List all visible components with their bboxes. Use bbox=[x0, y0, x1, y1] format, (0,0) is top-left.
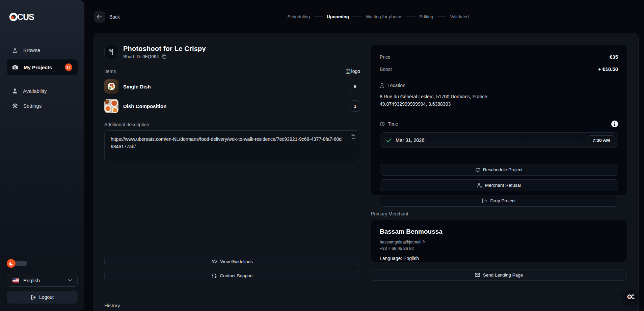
scheduled-date: Mar 31, 2026 bbox=[396, 137, 584, 143]
boost-label: Boost bbox=[380, 67, 392, 72]
merchant-phone: +33 7 66 05 36 82 bbox=[380, 245, 618, 252]
browse-icon bbox=[12, 47, 18, 53]
coordinates-line: 49.074932999999994, 3.6388303 bbox=[380, 101, 618, 108]
reschedule-project-button[interactable]: Reschedule Project bbox=[380, 164, 618, 176]
sidebar-item-my-projects[interactable]: My Projects 17 bbox=[7, 59, 78, 75]
project-right-column: Price €35 Boost + €10.50 Location bbox=[371, 45, 627, 281]
project-short-id: Short ID: 0FQ094 bbox=[123, 54, 159, 59]
item-row: Single Dish 5 bbox=[104, 79, 360, 94]
sidebar: CUS Browse My Projects 17 bbox=[0, 0, 84, 311]
columns: Photoshoot for Le Crispy Short ID: 0FQ09… bbox=[104, 45, 627, 281]
sidebar-item-browse[interactable]: Browse bbox=[7, 43, 78, 57]
reschedule-project-label: Reschedule Project bbox=[483, 167, 522, 172]
back-button[interactable] bbox=[94, 11, 105, 23]
contact-support-button[interactable]: Contact Support bbox=[104, 270, 360, 281]
merchant-refusal-button[interactable]: Merchant Refusal bbox=[380, 179, 618, 191]
step-connector bbox=[437, 17, 446, 17]
merchant-contact: bassemgolaa@jotmail.fr +33 7 66 05 36 82 bbox=[380, 239, 618, 252]
step-connector bbox=[406, 17, 415, 17]
step-upcoming[interactable]: Upcoming bbox=[327, 14, 349, 19]
location-label: Location bbox=[387, 83, 405, 88]
primary-merchant-label: Primary Merchant bbox=[371, 211, 627, 216]
ocus-mini-logo-icon bbox=[627, 294, 635, 299]
step-editing[interactable]: Editing bbox=[419, 14, 433, 19]
logout-label: Logout bbox=[39, 294, 54, 300]
item-thumbnail-single-dish bbox=[104, 79, 118, 94]
copy-short-id-icon[interactable] bbox=[162, 54, 167, 59]
send-landing-page-label: Send Landing Page bbox=[483, 273, 523, 278]
language-select[interactable]: English bbox=[7, 274, 78, 287]
contact-support-label: Contact Support bbox=[220, 273, 253, 278]
scheduled-time-row[interactable]: Mar 31, 2026 7:30 AM bbox=[380, 132, 618, 148]
item-count: 1 bbox=[350, 100, 360, 112]
history-label: History bbox=[104, 303, 627, 308]
moon-icon bbox=[7, 259, 16, 268]
project-title-row: Photoshoot for Le Crispy Short ID: 0FQ09… bbox=[104, 45, 360, 59]
sidebar-item-settings[interactable]: Settings bbox=[7, 98, 78, 113]
refresh-icon bbox=[475, 167, 480, 172]
step-waiting-for-photos[interactable]: Waiting for photos bbox=[366, 14, 402, 19]
gear-icon bbox=[12, 103, 18, 109]
us-flag-icon bbox=[12, 278, 19, 283]
info-icon[interactable] bbox=[611, 121, 618, 127]
additional-description-text: https://www.ubereats.com/en-NL/dormans/f… bbox=[111, 136, 342, 150]
sidebar-item-label: Settings bbox=[23, 103, 72, 109]
drop-project-button[interactable]: Drop Project bbox=[380, 195, 618, 207]
user-x-icon bbox=[477, 183, 482, 188]
merchant-language: Language: English bbox=[380, 256, 618, 261]
boost-row: Boost + €10.50 bbox=[380, 66, 618, 72]
language-value: English bbox=[23, 278, 64, 283]
additional-description-box: https://www.ubereats.com/en-NL/dormans/f… bbox=[104, 130, 360, 162]
sidebar-bottom: English Logout bbox=[0, 259, 84, 304]
sidebar-item-label: Browse bbox=[23, 47, 72, 53]
broken-logo-image: logo bbox=[346, 69, 360, 74]
user-icon bbox=[12, 88, 18, 94]
sidebar-item-label: My Projects bbox=[24, 64, 59, 70]
location-pin-icon bbox=[380, 83, 384, 88]
item-name: Single Dish bbox=[123, 84, 345, 89]
time-label: Time bbox=[388, 121, 398, 127]
additional-description-label: Additional description bbox=[104, 122, 360, 127]
project-detail-card: Photoshoot for Le Crispy Short ID: 0FQ09… bbox=[93, 33, 639, 311]
merchant-refusal-label: Merchant Refusal bbox=[485, 183, 521, 188]
ocus-floating-button[interactable] bbox=[624, 289, 639, 304]
send-landing-page-button[interactable]: Send Landing Page bbox=[371, 269, 627, 281]
price-label: Price bbox=[380, 54, 391, 60]
item-name: Dish Composition bbox=[123, 103, 345, 109]
step-connector bbox=[314, 17, 323, 17]
sidebar-item-label: Availability bbox=[23, 88, 72, 94]
ocus-logo: CUS bbox=[9, 11, 84, 22]
price-value: €35 bbox=[610, 54, 618, 60]
back-label: Back bbox=[109, 14, 120, 20]
sidebar-item-availability[interactable]: Availability bbox=[7, 83, 78, 98]
step-scheduling[interactable]: Scheduling bbox=[287, 14, 310, 19]
items-header: Items logo bbox=[104, 69, 360, 74]
clock-icon bbox=[380, 122, 385, 127]
theme-toggle[interactable] bbox=[7, 259, 28, 268]
location-header: Location bbox=[380, 83, 618, 88]
chevron-down-icon bbox=[68, 279, 72, 282]
view-guidelines-label: View Guidelines bbox=[220, 259, 253, 264]
step-validated[interactable]: Validated bbox=[450, 14, 469, 19]
price-details-card: Price €35 Boost + €10.50 Location bbox=[371, 45, 627, 195]
left-actions: View Guidelines Contact Support bbox=[104, 256, 360, 281]
status-stepper: Scheduling Upcoming Waiting for photos E… bbox=[287, 14, 469, 19]
logout-icon bbox=[31, 295, 36, 300]
copy-description-icon[interactable] bbox=[350, 134, 356, 139]
logout-button[interactable]: Logout bbox=[7, 291, 78, 304]
arrow-left-icon bbox=[97, 15, 102, 19]
location-address: 8 Rue du Général Leclerc, 51700 Dormans,… bbox=[380, 93, 618, 108]
svg-text:CUS: CUS bbox=[17, 12, 34, 22]
check-icon bbox=[386, 138, 392, 142]
history-divider bbox=[104, 290, 627, 290]
topbar: Back Scheduling Upcoming Waiting for pho… bbox=[84, 0, 644, 33]
exit-icon bbox=[482, 199, 487, 203]
scheduled-time-chip[interactable]: 7:30 AM bbox=[588, 135, 615, 145]
projects-count-badge: 17 bbox=[65, 63, 72, 71]
address-line: 8 Rue du Général Leclerc, 51700 Dormans,… bbox=[380, 93, 618, 101]
boost-value: + €10.50 bbox=[598, 66, 618, 72]
item-thumbnail-dish-composition bbox=[104, 99, 118, 113]
view-guidelines-button[interactable]: View Guidelines bbox=[104, 256, 360, 267]
divider bbox=[380, 157, 618, 157]
price-row: Price €35 bbox=[380, 54, 618, 60]
